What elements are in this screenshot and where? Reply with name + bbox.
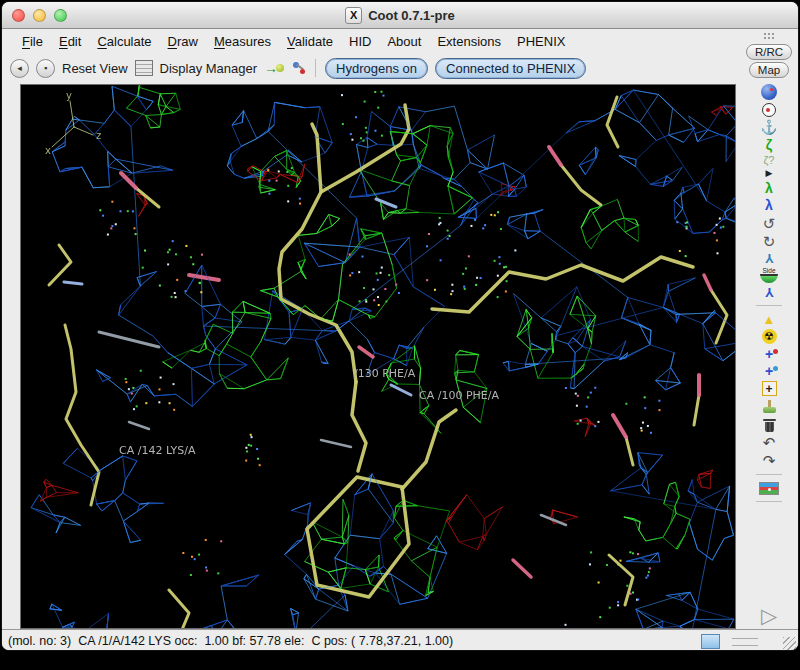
menu-item-about[interactable]: About [379, 32, 429, 51]
go-to-atom-icon[interactable]: → [264, 61, 284, 75]
menu-item-extensions[interactable]: Extensions [429, 32, 509, 51]
rotamers-icon[interactable]: λ [765, 198, 773, 212]
toolbar-separator [315, 59, 316, 77]
rotamer-markup-icon[interactable]: ζ? [764, 155, 775, 166]
side-chain-flip-icon[interactable]: Side [759, 268, 779, 283]
status-text: (mol. no: 3) CA /1/A/142 LYS occ: 1.00 b… [8, 634, 453, 648]
menu-item-edit[interactable]: Edit [51, 32, 89, 51]
add-terminal-residue-icon[interactable]: + [765, 347, 773, 361]
map-button[interactable]: Map [749, 62, 789, 78]
window-controls [12, 2, 67, 28]
viewport-area [2, 83, 740, 629]
hazard-triangle-icon[interactable]: ▲ [763, 313, 776, 326]
add-residue-icon[interactable]: + [762, 381, 777, 396]
minimize-button[interactable] [33, 9, 46, 22]
tandem-refine-icon[interactable] [762, 103, 776, 117]
edit-chi-angles-icon[interactable]: ↺ [763, 216, 776, 231]
hydrogens-toggle-button[interactable]: Hydrogens on [325, 58, 428, 79]
window-resize-grip[interactable] [783, 637, 796, 650]
window-title: X Coot 0.7.1-pre [345, 7, 455, 24]
molecule-icon[interactable] [291, 61, 306, 75]
delete-item-icon[interactable] [763, 418, 776, 432]
refine-sphere-icon[interactable] [761, 84, 777, 100]
display-manager-icon[interactable] [135, 60, 153, 76]
menu-item-validate[interactable]: Validate [279, 32, 341, 51]
toolbar: ◂ ▪ Reset View Display Manager → Hydroge… [2, 53, 740, 83]
menu-item-phenix[interactable]: PHENIX [509, 32, 573, 51]
status-scroll-widget[interactable] [701, 634, 720, 649]
status-grip-lines [732, 638, 758, 646]
display-manager-button[interactable]: Display Manager [160, 61, 258, 76]
menu-item-calculate[interactable]: Calculate [89, 32, 159, 51]
real-space-refine-icon[interactable]: ζ [766, 138, 772, 152]
back-view-button[interactable]: ◂ [10, 59, 29, 78]
right-toolbar: ⚓ζζ?▶λλ↺↻YSideY▲☢+++↶↷▷ [740, 79, 798, 629]
undo-icon[interactable]: ↶ [763, 435, 776, 450]
window-title-text: Coot 0.7.1-pre [368, 8, 455, 23]
jed-flip-icon[interactable]: Y [765, 286, 774, 299]
titlebar[interactable]: X Coot 0.7.1-pre [2, 2, 798, 29]
right-panel: R/RC Map ⚓ζζ?▶λλ↺↻YSideY▲☢+++↶↷▷ [740, 29, 798, 629]
menu-item-draw[interactable]: Draw [160, 32, 206, 51]
torsion-general-icon[interactable]: ↻ [763, 234, 776, 249]
flip-peptide-icon[interactable]: Y [765, 252, 774, 265]
sep1 [756, 305, 782, 306]
redo-icon[interactable]: ↷ [763, 453, 776, 468]
radiation-icon[interactable]: ☢ [762, 329, 777, 344]
menu-item-file[interactable]: File [14, 32, 51, 51]
paintbrush-icon[interactable] [762, 400, 777, 415]
coot-window: X Coot 0.7.1-pre FileEditCalculateDrawMe… [2, 2, 798, 650]
x11-icon: X [345, 7, 362, 24]
reset-view-button[interactable]: Reset View [62, 61, 128, 76]
flag-icon[interactable] [759, 482, 779, 495]
menubar: FileEditCalculateDrawMeasuresValidateHID… [2, 29, 740, 53]
zoom-button[interactable] [54, 9, 67, 22]
phenix-connection-button[interactable]: Connected to PHENIX [435, 58, 586, 79]
auto-fit-rotamer-icon[interactable]: λ [765, 181, 773, 195]
statusbar: (mol. no: 3) CA /1/A/142 LYS occ: 1.00 b… [2, 629, 798, 650]
sep3 [756, 501, 782, 502]
close-button[interactable] [12, 9, 25, 22]
sep2 [756, 474, 782, 475]
toolbar-grip[interactable] [763, 32, 775, 41]
rrc-button[interactable]: R/RC [746, 44, 792, 60]
add-alt-conf-icon[interactable]: + [765, 364, 773, 378]
menu-item-hid[interactable]: HID [341, 32, 379, 51]
molecular-viewport[interactable] [20, 84, 736, 629]
recenter-button[interactable]: ▪ [36, 59, 55, 78]
expand-toolbar-icon[interactable]: ▶ [766, 169, 773, 178]
run-icon[interactable]: ▷ [761, 605, 777, 626]
anchor-atoms-icon[interactable]: ⚓ [760, 120, 777, 134]
menu-item-measures[interactable]: Measures [206, 32, 279, 51]
